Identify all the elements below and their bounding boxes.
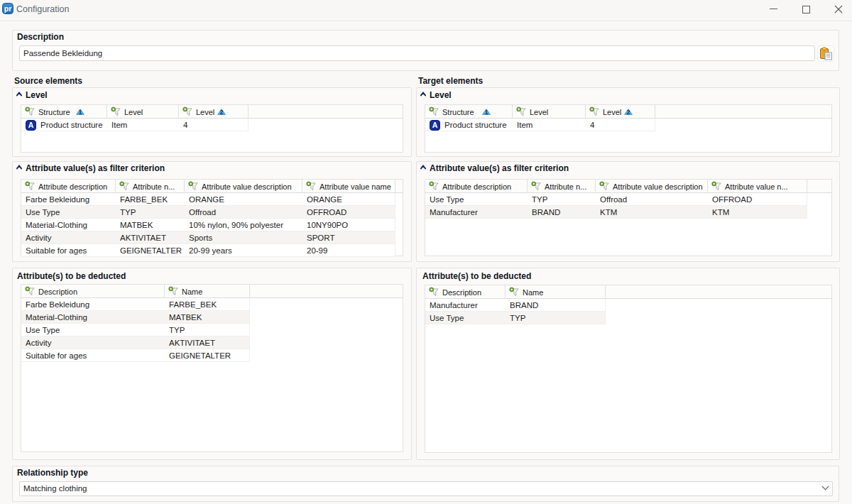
svg-text:2: 2	[220, 109, 224, 115]
svg-text:1: 1	[79, 109, 82, 115]
svg-text:pr: pr	[4, 4, 12, 13]
svg-text:2: 2	[627, 109, 630, 115]
svg-text:1: 1	[485, 109, 488, 115]
